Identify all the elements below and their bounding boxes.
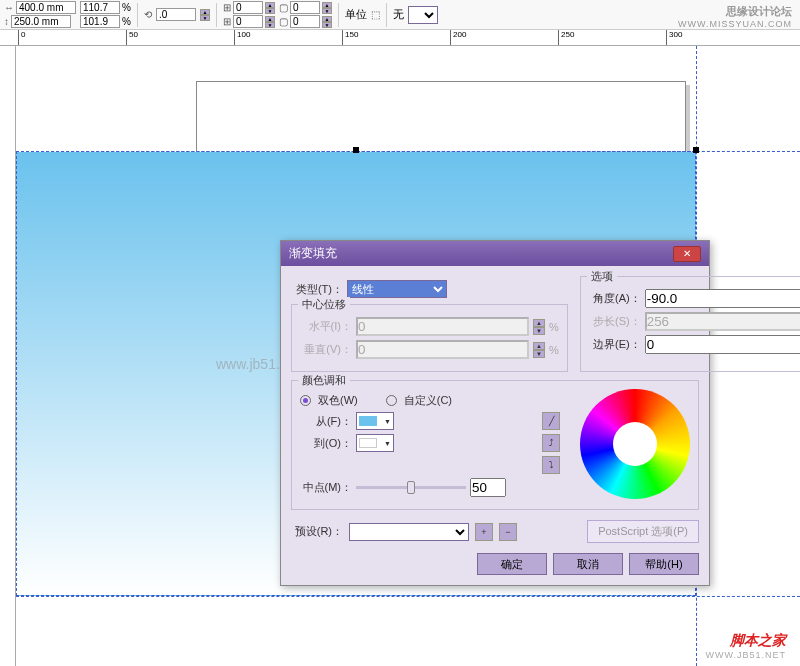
path-btn-2[interactable]: ⤴ (542, 434, 560, 452)
from-color-select[interactable]: ▼ (356, 412, 394, 430)
preset-remove-button[interactable]: − (499, 523, 517, 541)
offset-b-input[interactable] (233, 15, 263, 28)
horiz-input (356, 317, 529, 336)
val-c-input[interactable] (290, 1, 320, 14)
scale-y-input[interactable] (80, 15, 120, 28)
height-input[interactable] (11, 15, 71, 28)
horizontal-ruler: 0 50 100 150 200 250 300 (0, 30, 800, 46)
rotation-icon: ⟲ (144, 9, 152, 20)
height-icon: ↕ (4, 16, 9, 27)
midpoint-slider[interactable] (356, 486, 466, 489)
options-legend: 选项 (587, 269, 617, 284)
selection-handle[interactable] (693, 147, 699, 153)
footer-watermark: 脚本之家 WWW.JB51.NET (705, 632, 786, 660)
guide-bottom[interactable] (16, 596, 800, 597)
vert-input (356, 340, 529, 359)
offset-y-icon: ⊞ (223, 16, 231, 27)
postscript-options-button: PostScript 选项(P) (587, 520, 699, 543)
midpoint-input[interactable] (470, 478, 506, 497)
dialog-title-text: 渐变填充 (289, 245, 337, 262)
to-color-select[interactable]: ▼ (356, 434, 394, 452)
preset-add-button[interactable]: + (475, 523, 493, 541)
page-boundary (196, 81, 686, 156)
unit-icon[interactable]: ⬚ (371, 9, 380, 20)
offset-a-input[interactable] (233, 1, 263, 14)
dialog-titlebar[interactable]: 渐变填充 ✕ (281, 241, 709, 266)
rotation-spinner[interactable]: ▲▼ (200, 9, 210, 21)
custom-radio[interactable] (386, 395, 397, 406)
selection-handle[interactable] (353, 147, 359, 153)
none-label: 无 (393, 7, 404, 22)
param-c-icon: ▢ (279, 2, 288, 13)
ok-button[interactable]: 确定 (477, 553, 547, 575)
path-btn-1[interactable]: ╱ (542, 412, 560, 430)
scale-x-input[interactable] (80, 1, 120, 14)
path-btn-3[interactable]: ⤵ (542, 456, 560, 474)
edge-input[interactable] (645, 335, 800, 354)
none-select[interactable] (408, 6, 438, 24)
help-button[interactable]: 帮助(H) (629, 553, 699, 575)
blend-legend: 颜色调和 (298, 373, 350, 388)
step-input (645, 312, 800, 331)
type-label: 类型(T)： (291, 282, 343, 297)
preset-select[interactable] (349, 523, 469, 541)
unit-label: 单位 (345, 7, 367, 22)
gradient-fill-dialog: 渐变填充 ✕ 类型(T)： 线性 中心位移 水平(I)：▲▼% 垂直(V)：▲▼… (280, 240, 710, 586)
forum-watermark: 思缘设计论坛 WWW.MISSYUAN.COM (678, 4, 792, 29)
center-legend: 中心位移 (298, 297, 350, 312)
type-select[interactable]: 线性 (347, 280, 447, 298)
param-d-icon: ▢ (279, 16, 288, 27)
rotation-input[interactable] (156, 8, 196, 21)
guide-top[interactable] (16, 151, 800, 152)
width-icon: ↔ (4, 2, 14, 13)
close-icon[interactable]: ✕ (673, 246, 701, 262)
val-d-input[interactable] (290, 15, 320, 28)
twocolor-radio[interactable] (300, 395, 311, 406)
width-input[interactable] (16, 1, 76, 14)
vertical-ruler (0, 46, 16, 666)
angle-input[interactable] (645, 289, 800, 308)
offset-b-spin[interactable]: ▲▼ (265, 16, 275, 28)
offset-x-icon: ⊞ (223, 2, 231, 13)
color-wheel[interactable] (580, 389, 690, 499)
cancel-button[interactable]: 取消 (553, 553, 623, 575)
offset-a-spin[interactable]: ▲▼ (265, 2, 275, 14)
